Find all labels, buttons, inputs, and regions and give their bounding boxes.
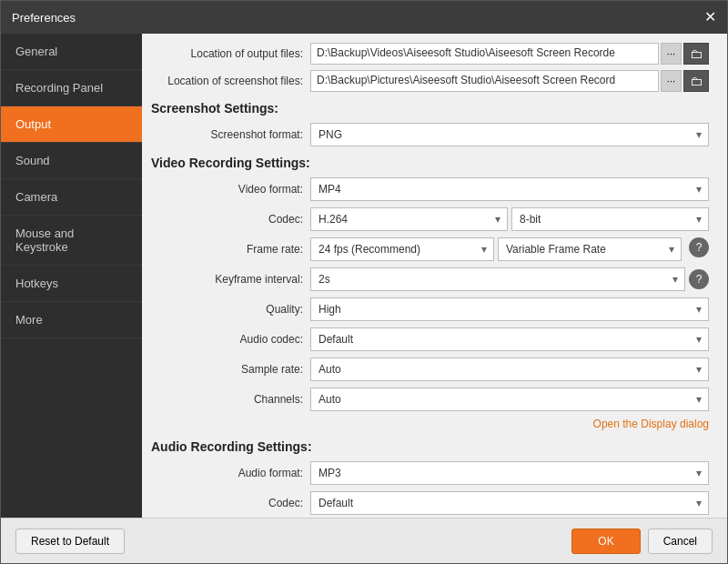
ok-button[interactable]: OK <box>571 529 640 554</box>
output-path-label: Location of output files: <box>151 47 310 60</box>
sample-rate-row: Sample rate: Auto <box>151 358 709 381</box>
keyframe-row: Keyframe interval: 2s ? <box>151 267 709 291</box>
screenshot-path-row: Location of screenshot files: D:\Backup\… <box>151 70 709 92</box>
keyframe-label: Keyframe interval: <box>151 273 310 286</box>
sidebar-item-hotkeys[interactable]: Hotkeys <box>1 266 142 302</box>
close-button[interactable]: ✕ <box>704 10 716 25</box>
channels-row: Channels: Auto <box>151 388 709 411</box>
codec-bit-select[interactable]: 8-bit <box>511 207 709 231</box>
codec-select[interactable]: H.264 <box>310 207 508 231</box>
audio-codec-select-wrapper: Default <box>310 327 709 351</box>
audio-format-select[interactable]: MP3 <box>310 461 709 485</box>
footer: Reset to Default OK Cancel <box>1 518 727 563</box>
keyframe-controls: 2s ? <box>310 267 709 291</box>
sidebar-item-output[interactable]: Output <box>1 106 142 143</box>
codec-select-wrapper: H.264 <box>310 207 508 231</box>
frame-rate-type-select[interactable]: Variable Frame Rate <box>498 237 682 261</box>
audio-format-label: Audio format: <box>151 467 310 479</box>
quality-row: Quality: High <box>151 297 709 321</box>
content-area: General Recording Panel Output Sound Cam… <box>1 34 727 518</box>
video-section-title: Video Recording Settings: <box>151 156 709 170</box>
codec-dual-select: H.264 8-bit <box>310 207 709 231</box>
sidebar-item-recording-panel[interactable]: Recording Panel <box>1 70 142 106</box>
sidebar: General Recording Panel Output Sound Cam… <box>1 34 142 518</box>
screenshot-path-label: Location of screenshot files: <box>151 75 310 87</box>
output-path-dots-button[interactable]: ··· <box>661 43 682 65</box>
sample-rate-label: Sample rate: <box>151 363 310 376</box>
sidebar-item-general[interactable]: General <box>1 34 142 70</box>
sample-rate-select[interactable]: Auto <box>310 358 709 381</box>
keyframe-help-button[interactable]: ? <box>689 269 709 289</box>
audio-rec-codec-select[interactable]: Default <box>310 491 709 515</box>
cancel-button[interactable]: Cancel <box>648 529 713 554</box>
footer-right: OK Cancel <box>571 529 713 554</box>
open-display-dialog-link[interactable]: Open the Display dialog <box>593 418 709 430</box>
audio-section-title: Audio Recording Settings: <box>151 439 709 454</box>
output-path-row: Location of output files: D:\Backup\Vide… <box>151 43 709 65</box>
frame-rate-type-select-wrapper: Variable Frame Rate <box>498 237 682 261</box>
main-area: Location of output files: D:\Backup\Vide… <box>142 34 727 518</box>
channels-select[interactable]: Auto <box>310 388 709 411</box>
keyframe-select[interactable]: 2s <box>310 267 685 291</box>
audio-rec-codec-row: Codec: Default <box>151 491 709 515</box>
screenshot-path-dots-button[interactable]: ··· <box>661 70 682 92</box>
output-path-value[interactable]: D:\Backup\Videos\Aiseesoft Studio\Aisees… <box>310 43 659 65</box>
audio-format-select-wrapper: MP3 <box>310 461 709 485</box>
titlebar: Preferences ✕ <box>1 1 727 34</box>
channels-select-wrapper: Auto <box>310 388 709 411</box>
screenshot-format-label: Screenshot format: <box>151 128 310 141</box>
audio-codec-row: Audio codec: Default <box>151 327 709 351</box>
codec-row: Codec: H.264 8-bit <box>151 207 709 231</box>
keyframe-select-wrapper: 2s <box>310 267 685 291</box>
frame-rate-label: Frame rate: <box>151 243 310 256</box>
audio-format-row: Audio format: MP3 <box>151 461 709 485</box>
main-scroll: Location of output files: D:\Backup\Vide… <box>142 34 727 518</box>
screenshot-path-folder-icon[interactable]: 🗀 <box>683 70 709 92</box>
sidebar-item-mouse-keystroke[interactable]: Mouse and Keystroke <box>1 216 142 266</box>
video-format-select-wrapper: MP4 <box>310 177 709 201</box>
preferences-window: Preferences ✕ General Recording Panel Ou… <box>0 0 728 564</box>
audio-codec-label: Audio codec: <box>151 333 310 346</box>
sidebar-item-more[interactable]: More <box>1 302 142 338</box>
reset-button[interactable]: Reset to Default <box>15 529 125 554</box>
screenshot-format-select[interactable]: PNG <box>310 123 709 146</box>
video-format-label: Video format: <box>151 183 310 196</box>
video-format-select[interactable]: MP4 <box>310 177 709 201</box>
quality-select-wrapper: High <box>310 297 709 321</box>
window-title: Preferences <box>12 11 76 25</box>
audio-rec-codec-select-wrapper: Default <box>310 491 709 515</box>
frame-rate-row: Frame rate: 24 fps (Recommend) Variable … <box>151 237 709 261</box>
quality-label: Quality: <box>151 303 310 316</box>
output-path-folder-icon[interactable]: 🗀 <box>683 43 709 65</box>
screenshot-format-row: Screenshot format: PNG <box>151 123 709 146</box>
video-format-row: Video format: MP4 <box>151 177 709 201</box>
screenshot-format-select-wrapper: PNG <box>310 123 709 146</box>
sidebar-item-camera[interactable]: Camera <box>1 179 142 216</box>
screenshot-section-title: Screenshot Settings: <box>151 101 709 116</box>
codec-bit-select-wrapper: 8-bit <box>511 207 709 231</box>
sidebar-item-sound[interactable]: Sound <box>1 143 142 179</box>
channels-label: Channels: <box>151 393 310 406</box>
sample-rate-select-wrapper: Auto <box>310 358 709 381</box>
display-dialog-row: Open the Display dialog <box>151 418 709 430</box>
frame-rate-select[interactable]: 24 fps (Recommend) <box>310 237 494 261</box>
codec-label: Codec: <box>151 213 310 226</box>
frame-rate-help-button[interactable]: ? <box>689 237 709 257</box>
frame-rate-select-wrapper: 24 fps (Recommend) <box>310 237 494 261</box>
audio-rec-codec-label: Codec: <box>151 497 310 509</box>
quality-select[interactable]: High <box>310 297 709 321</box>
screenshot-path-value[interactable]: D:\Backup\Pictures\Aiseesoft Studio\Aise… <box>310 70 659 92</box>
audio-codec-select[interactable]: Default <box>310 327 709 351</box>
frame-rate-dual-select: 24 fps (Recommend) Variable Frame Rate ? <box>310 237 709 261</box>
